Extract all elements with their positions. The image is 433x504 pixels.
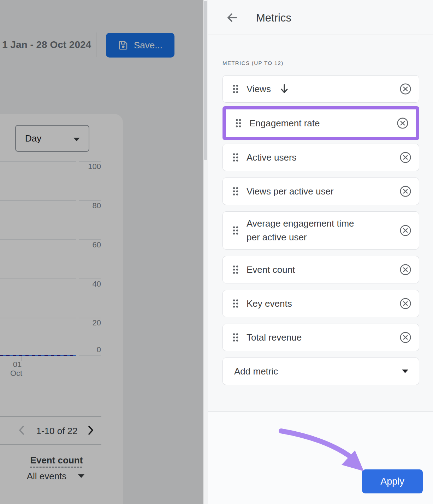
metric-card[interactable]: Total revenue — [223, 324, 419, 351]
drag-handle-icon[interactable] — [232, 186, 239, 196]
panel-title: Metrics — [256, 12, 291, 24]
back-arrow-icon[interactable] — [225, 11, 239, 25]
metric-header-underline — [30, 467, 82, 468]
date-range-label[interactable]: 1 Jan - 28 Oct 2024 — [2, 39, 91, 50]
metric-label: Views — [247, 82, 271, 96]
remove-metric-icon[interactable] — [399, 298, 411, 310]
gridline — [0, 239, 76, 240]
save-button[interactable]: Save... — [106, 33, 174, 58]
y-tick-label: 100 — [80, 162, 101, 171]
drag-handle-icon[interactable] — [235, 118, 242, 128]
gridline — [0, 278, 76, 279]
drag-handle-icon[interactable] — [232, 332, 239, 342]
y-tick-label: 0 — [80, 346, 101, 354]
table-metric-header[interactable]: Event count — [21, 455, 92, 466]
metric-label: Average engagement time per active user — [247, 217, 363, 244]
gridline — [0, 161, 76, 162]
chart-series-line-dashed — [0, 355, 76, 356]
add-metric-dropdown[interactable]: Add metric — [223, 358, 419, 385]
metrics-side-panel: Metrics METRICS (UP TO 12) Views — [208, 0, 433, 504]
remove-metric-icon[interactable] — [399, 264, 411, 276]
metric-card[interactable]: Event count — [223, 256, 419, 283]
chevron-left-icon[interactable] — [18, 425, 25, 436]
gridline — [0, 318, 76, 318]
apply-button[interactable]: Apply — [362, 469, 423, 493]
remove-metric-icon[interactable] — [399, 185, 411, 197]
table-filter-label[interactable]: All events — [18, 471, 76, 482]
y-tick-label: 20 — [80, 319, 101, 327]
chevron-down-icon — [402, 370, 408, 373]
y-tick-label: 80 — [80, 202, 101, 210]
metric-card[interactable]: Views — [223, 75, 419, 103]
pagination-label: 1-10 of 22 — [31, 426, 83, 437]
y-axis-tick — [79, 200, 101, 201]
remove-metric-icon[interactable] — [397, 117, 409, 129]
granularity-value: Day — [25, 133, 41, 144]
metric-label: Views per active user — [247, 185, 334, 198]
metric-label: Engagement rate — [249, 116, 320, 130]
metric-label: Total revenue — [247, 331, 302, 344]
remove-metric-icon[interactable] — [399, 224, 411, 236]
drag-handle-icon[interactable] — [232, 265, 239, 275]
metric-highlight-frame: Engagement rate — [223, 106, 419, 140]
scrollbar-thumb[interactable] — [204, 1, 207, 160]
metric-card[interactable]: Engagement rate — [226, 109, 416, 137]
y-tick-label: 60 — [80, 241, 101, 249]
chevron-down-icon[interactable] — [78, 474, 84, 478]
drag-handle-icon[interactable] — [232, 299, 239, 308]
drag-handle-icon[interactable] — [232, 84, 239, 94]
metric-card[interactable]: Average engagement time per active user — [223, 211, 419, 250]
granularity-dropdown[interactable]: Day — [15, 125, 89, 152]
y-axis-tick — [79, 278, 101, 279]
sort-descending-arrow-icon[interactable] — [279, 83, 289, 95]
remove-metric-icon[interactable] — [399, 83, 411, 95]
metrics-list: Views — [223, 75, 419, 385]
report-chart-card — [0, 114, 123, 504]
remove-metric-icon[interactable] — [399, 331, 411, 343]
save-icon — [118, 40, 129, 50]
table-divider — [0, 416, 101, 417]
gridline — [0, 200, 76, 201]
metrics-section-label: METRICS (UP TO 12) — [223, 60, 284, 66]
y-axis-tick — [79, 161, 101, 162]
metric-card[interactable]: Views per active user — [223, 178, 419, 205]
drag-handle-icon[interactable] — [232, 226, 239, 235]
save-button-label: Save... — [134, 40, 162, 51]
x-tick-label-month: Oct — [8, 369, 25, 378]
x-tick-label-day: 01 — [10, 360, 25, 369]
screenshot-stage: 1 Jan - 28 Oct 2024 Save... Day — [0, 0, 433, 504]
metric-label: Key events — [247, 297, 292, 311]
metric-card[interactable]: Key events — [223, 290, 419, 317]
toolbar-divider — [96, 32, 96, 57]
scrollbar-track[interactable] — [203, 0, 208, 504]
chevron-right-icon[interactable] — [87, 425, 95, 436]
report-canvas-dimmed: 1 Jan - 28 Oct 2024 Save... Day — [0, 0, 203, 504]
panel-header: Metrics — [208, 0, 433, 35]
y-tick-label: 40 — [80, 280, 101, 288]
metric-label: Active users — [247, 151, 297, 164]
x-axis-baseline — [79, 355, 101, 356]
metric-card[interactable]: Active users — [223, 144, 419, 171]
y-axis-tick — [79, 239, 101, 240]
table-divider — [0, 444, 101, 445]
add-metric-label: Add metric — [234, 365, 278, 378]
drag-handle-icon[interactable] — [232, 152, 239, 162]
metric-label: Event count — [247, 263, 295, 277]
remove-metric-icon[interactable] — [399, 151, 411, 163]
chevron-down-icon — [73, 138, 80, 141]
